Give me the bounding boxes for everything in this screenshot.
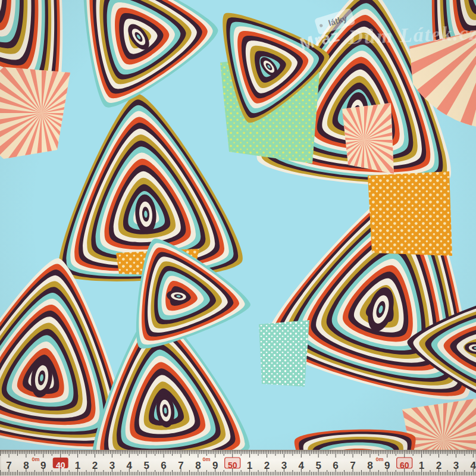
svg-text:1: 1 bbox=[247, 460, 252, 471]
measuring-tape: 78940123456789501234567896012340m0m0m bbox=[0, 450, 476, 476]
fabric-pattern bbox=[0, 0, 476, 450]
svg-text:6: 6 bbox=[161, 460, 166, 471]
svg-text:2: 2 bbox=[436, 460, 441, 471]
svg-text:60: 60 bbox=[400, 461, 409, 470]
svg-text:7: 7 bbox=[178, 460, 183, 471]
svg-text:8: 8 bbox=[195, 460, 201, 471]
svg-text:1: 1 bbox=[419, 460, 424, 471]
svg-text:5: 5 bbox=[315, 460, 321, 471]
svg-text:1: 1 bbox=[75, 460, 80, 471]
fabric-product-photo: látky Mráz Dům Látek.cz 7894012345678950… bbox=[0, 0, 476, 476]
svg-text:3: 3 bbox=[109, 460, 115, 471]
svg-text:0m: 0m bbox=[32, 456, 39, 462]
background-patch bbox=[368, 171, 452, 256]
measuring-tape-scale: 78940123456789501234567896012340m0m0m bbox=[0, 450, 476, 476]
svg-text:2: 2 bbox=[92, 460, 98, 471]
svg-text:4: 4 bbox=[471, 460, 476, 471]
background-patch bbox=[259, 320, 309, 387]
svg-text:8: 8 bbox=[23, 460, 29, 471]
svg-text:9: 9 bbox=[40, 460, 46, 471]
svg-text:5: 5 bbox=[143, 460, 149, 471]
svg-text:2: 2 bbox=[264, 460, 270, 471]
svg-text:40: 40 bbox=[56, 461, 65, 470]
svg-text:9: 9 bbox=[384, 460, 390, 471]
svg-text:7: 7 bbox=[350, 460, 355, 471]
svg-text:9: 9 bbox=[212, 460, 218, 471]
svg-text:0m: 0m bbox=[202, 456, 210, 462]
svg-text:4: 4 bbox=[299, 460, 305, 471]
svg-text:3: 3 bbox=[453, 460, 459, 471]
svg-text:3: 3 bbox=[281, 460, 287, 471]
svg-text:8: 8 bbox=[367, 460, 372, 471]
svg-text:6: 6 bbox=[333, 460, 338, 471]
svg-text:0m: 0m bbox=[375, 456, 383, 462]
svg-text:4: 4 bbox=[127, 460, 133, 471]
svg-text:7: 7 bbox=[6, 460, 11, 471]
svg-text:50: 50 bbox=[228, 461, 237, 470]
